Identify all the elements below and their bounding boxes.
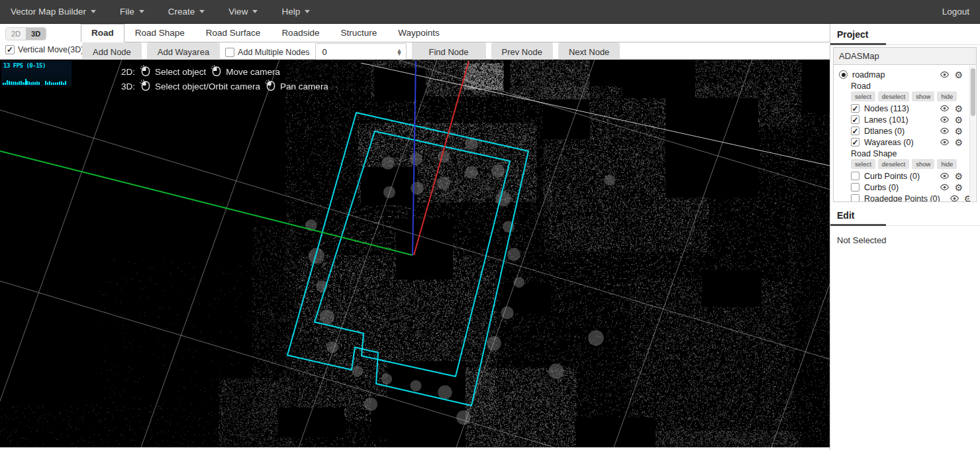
layer-label: Nodes (113) <box>864 104 909 113</box>
add-wayarea-button[interactable]: Add Wayarea <box>147 42 220 62</box>
roadmap-radio[interactable] <box>839 70 848 79</box>
menu-file[interactable]: File <box>120 7 144 17</box>
settings-gear-icon[interactable]: ⚙ <box>954 183 963 192</box>
add-multiple-row[interactable]: ✓ Add Multiple Nodes <box>225 48 309 57</box>
layer-checkbox[interactable]: ✓ <box>851 104 859 113</box>
add-node-button[interactable]: Add Node <box>82 42 142 62</box>
tab-road-shape[interactable]: Road Shape <box>124 24 195 42</box>
tab-road[interactable]: Road <box>81 24 124 42</box>
layer-checkbox[interactable]: ✓ <box>851 194 859 201</box>
visibility-eye-icon[interactable] <box>940 182 950 192</box>
tab-road-surface[interactable]: Road Surface <box>195 24 271 42</box>
chevron-down-icon <box>91 10 96 13</box>
number-stepper[interactable]: ▲ ▼ <box>395 49 404 56</box>
tree-scrollbar[interactable] <box>969 66 975 201</box>
tab-structure[interactable]: Structure <box>330 24 387 42</box>
stepper-down-icon[interactable]: ▼ <box>397 52 403 56</box>
layer-checkbox[interactable]: ✓ <box>851 127 859 135</box>
visibility-eye-icon[interactable] <box>940 137 950 147</box>
tab-roadside[interactable]: Roadside <box>271 24 330 42</box>
add-multiple-label: Add Multiple Nodes <box>238 48 309 57</box>
chip-show-button[interactable]: show <box>912 159 934 169</box>
find-node-button[interactable]: Find Node <box>415 42 483 62</box>
visibility-eye-icon[interactable] <box>940 171 950 181</box>
layer-checkbox[interactable]: ✓ <box>851 115 859 124</box>
road-actions: Add Node Add Wayarea ✓ Add Multiple Node… <box>81 42 830 62</box>
visibility-eye-icon[interactable] <box>940 70 950 80</box>
camera-instructions: 2D:Select objectMove camera3D:Select obj… <box>121 64 328 93</box>
chevron-down-icon <box>139 10 144 13</box>
chip-select-button[interactable]: select <box>851 159 875 169</box>
chip-hide-button[interactable]: hide <box>937 159 957 169</box>
prev-node-button[interactable]: Prev Node <box>491 42 553 62</box>
check-icon: ✓ <box>852 105 858 113</box>
visibility-eye-icon[interactable] <box>950 194 959 201</box>
next-node-button[interactable]: Next Node <box>558 42 620 62</box>
chip-show-button[interactable]: show <box>912 91 934 101</box>
tree-scroll-area: roadmap⚙Roadselectdeselectshowhide✓Nodes… <box>834 65 976 201</box>
chip-select-button[interactable]: select <box>851 91 875 101</box>
group-label-road: Road <box>851 82 963 91</box>
group-chip-row: selectdeselectshowhide <box>851 159 963 169</box>
vertical-move-row[interactable]: ✓ Vertical Move(3D) <box>5 45 81 54</box>
tree-row-dtlanes-0[interactable]: ✓Dtlanes (0)⚙ <box>851 125 963 137</box>
project-tab[interactable]: Project <box>830 24 980 45</box>
pointcloud-canvas[interactable] <box>0 60 830 447</box>
tree-row-curb-points-0[interactable]: ✓Curb Points (0)⚙ <box>851 170 963 182</box>
menu-label: View <box>228 7 248 17</box>
tree-scrollbar-thumb[interactable] <box>971 68 975 116</box>
mouse-drag-icon <box>211 65 221 78</box>
instruction-text: Move camera <box>226 67 280 77</box>
adasmap-header: ADASMap <box>834 48 976 65</box>
add-multiple-checkbox[interactable]: ✓ <box>225 48 234 57</box>
tree-row-roadedge-points-0[interactable]: ✓Roadedge Points (0)⚙ <box>851 193 963 201</box>
tab-waypoints[interactable]: Waypoints <box>387 24 450 42</box>
tree-row-roadmap[interactable]: roadmap⚙ <box>839 69 963 80</box>
instruction-part: Pan camera <box>265 80 328 93</box>
settings-gear-icon[interactable]: ⚙ <box>954 138 963 147</box>
node-id-input[interactable]: 0 ▲ ▼ <box>315 43 407 62</box>
menu-view[interactable]: View <box>228 7 258 17</box>
settings-gear-icon[interactable]: ⚙ <box>954 127 963 136</box>
logout-button[interactable]: Logout <box>942 7 969 17</box>
instruction-text: Pan camera <box>280 82 328 91</box>
mode-2d-button[interactable]: 2D <box>6 28 26 40</box>
instruction-line: 3D:Select object/Orbit cameraPan camera <box>121 79 328 93</box>
mode-3d-button[interactable]: 3D <box>26 28 46 40</box>
visibility-eye-icon[interactable] <box>940 103 950 113</box>
viewport-3d[interactable]: 13 FPS (0-15) 2D:Select objectMove camer… <box>0 60 830 447</box>
menu-vector-map-builder[interactable]: Vector Map Builder <box>11 7 96 17</box>
visibility-eye-icon[interactable] <box>940 115 950 125</box>
tree-row-lanes-101[interactable]: ✓Lanes (101)⚙ <box>851 114 963 125</box>
edit-empty-state: Not Selected <box>830 226 980 254</box>
fps-meter[interactable]: 13 FPS (0-15) <box>1 61 72 86</box>
edit-tab[interactable]: Edit <box>830 205 980 226</box>
layer-checkbox[interactable]: ✓ <box>851 183 859 192</box>
chevron-down-icon <box>199 10 205 13</box>
settings-gear-icon[interactable]: ⚙ <box>954 70 963 80</box>
menu-help[interactable]: Help <box>281 7 310 17</box>
settings-gear-icon[interactable]: ⚙ <box>954 115 963 125</box>
radio-dot <box>842 73 846 77</box>
tree-row-nodes-113[interactable]: ✓Nodes (113)⚙ <box>851 103 963 114</box>
instruction-line: 2D:Select objectMove camera <box>121 64 328 79</box>
settings-gear-icon[interactable]: ⚙ <box>954 104 963 113</box>
toolbar-right: RoadRoad ShapeRoad SurfaceRoadsideStruct… <box>81 24 830 59</box>
visibility-eye-icon[interactable] <box>940 126 950 136</box>
check-icon: ✓ <box>852 116 858 124</box>
edit-tab-label: Edit <box>830 205 886 226</box>
project-tab-label: Project <box>830 24 886 45</box>
tree-row-wayareas-0[interactable]: ✓Wayareas (0)⚙ <box>851 137 963 148</box>
chip-hide-button[interactable]: hide <box>937 91 957 101</box>
menu-create[interactable]: Create <box>168 7 205 17</box>
vertical-move-checkbox[interactable]: ✓ <box>5 45 15 54</box>
chip-deselect-button[interactable]: deselect <box>878 159 909 169</box>
layer-checkbox[interactable]: ✓ <box>851 138 859 146</box>
chip-deselect-button[interactable]: deselect <box>878 91 909 101</box>
layer-checkbox[interactable]: ✓ <box>851 172 859 180</box>
vector-map-builder-app: Vector Map BuilderFileCreateViewHelp Log… <box>0 0 980 450</box>
layer-label: Lanes (101) <box>864 115 908 125</box>
settings-gear-icon[interactable]: ⚙ <box>954 172 963 181</box>
tree-row-curbs-0[interactable]: ✓Curbs (0)⚙ <box>851 182 963 193</box>
group-chip-row: selectdeselectshowhide <box>851 91 963 101</box>
